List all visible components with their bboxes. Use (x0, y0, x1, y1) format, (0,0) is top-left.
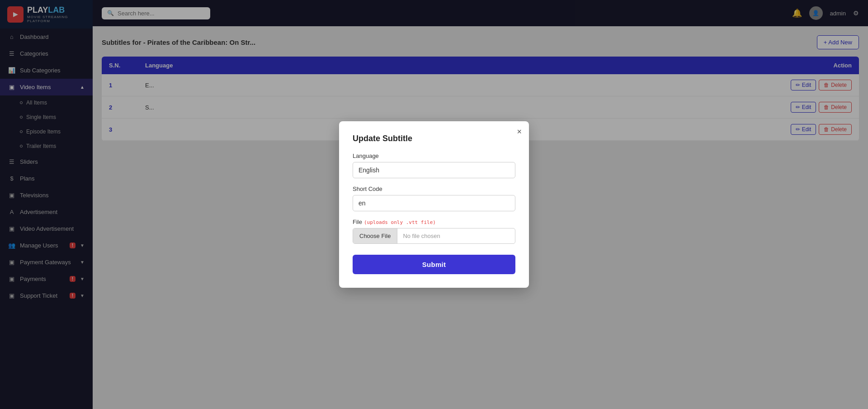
short-code-field-group: Short Code (353, 185, 515, 211)
update-subtitle-modal: Update Subtitle × Language Short Code Fi… (339, 121, 529, 288)
file-note: (uploads only .vtt file) (364, 219, 436, 225)
file-field-group: File(uploads only .vtt file) Choose File… (353, 219, 515, 244)
modal-title: Update Subtitle (353, 134, 515, 143)
file-label: File(uploads only .vtt file) (353, 219, 515, 225)
language-label: Language (353, 152, 515, 159)
choose-file-button[interactable]: Choose File (353, 228, 397, 243)
modal-overlay[interactable]: Update Subtitle × Language Short Code Fi… (0, 0, 868, 409)
short-code-input[interactable] (353, 195, 515, 211)
submit-button[interactable]: Submit (353, 255, 515, 274)
modal-close-button[interactable]: × (517, 128, 522, 136)
file-input-wrapper[interactable]: Choose File No file chosen (353, 228, 515, 244)
language-field-group: Language (353, 152, 515, 178)
short-code-label: Short Code (353, 185, 515, 192)
language-input[interactable] (353, 162, 515, 178)
file-name-display: No file chosen (397, 228, 515, 243)
